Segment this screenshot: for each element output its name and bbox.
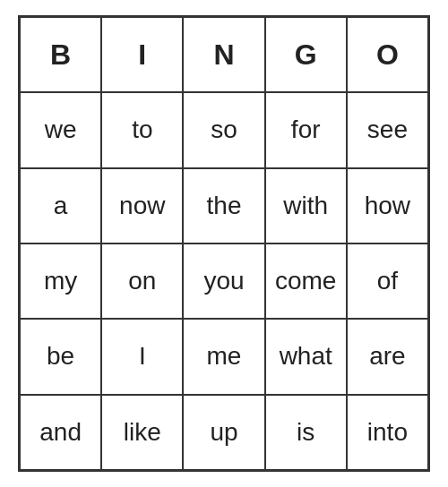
header-cell: B [20, 17, 101, 92]
bingo-row-3: myonyoucomeof [20, 244, 428, 319]
bingo-card: BINGOwetosoforseeanowthewithhowmyonyouco… [18, 15, 430, 472]
bingo-cell: my [20, 244, 101, 319]
bingo-cell: to [101, 92, 183, 167]
bingo-cell: like [101, 395, 183, 470]
header-cell: N [183, 17, 264, 92]
bingo-cell: with [265, 168, 347, 244]
bingo-cell: come [265, 244, 347, 319]
header-cell: I [101, 17, 183, 92]
bingo-cell: is [265, 395, 347, 470]
bingo-cell: you [183, 244, 264, 319]
bingo-cell: so [183, 92, 264, 167]
bingo-cell: I [101, 319, 183, 394]
bingo-cell: and [20, 395, 101, 470]
bingo-cell: a [20, 168, 101, 244]
bingo-row-5: andlikeupisinto [20, 395, 428, 470]
bingo-row-4: beImewhatare [20, 319, 428, 394]
bingo-cell: into [347, 395, 428, 470]
bingo-cell: how [347, 168, 428, 244]
bingo-cell: on [101, 244, 183, 319]
bingo-cell: up [183, 395, 264, 470]
header-cell: O [347, 17, 428, 92]
bingo-cell: for [265, 92, 347, 167]
bingo-cell: are [347, 319, 428, 394]
bingo-cell: we [20, 92, 101, 167]
bingo-cell: of [347, 244, 428, 319]
header-row: BINGO [20, 17, 428, 92]
bingo-cell: now [101, 168, 183, 244]
bingo-cell: what [265, 319, 347, 394]
bingo-cell: see [347, 92, 428, 167]
bingo-row-2: anowthewithhow [20, 168, 428, 244]
header-cell: G [265, 17, 347, 92]
bingo-row-1: wetosoforsee [20, 92, 428, 167]
bingo-cell: the [183, 168, 264, 244]
bingo-cell: be [20, 319, 101, 394]
bingo-cell: me [183, 319, 264, 394]
